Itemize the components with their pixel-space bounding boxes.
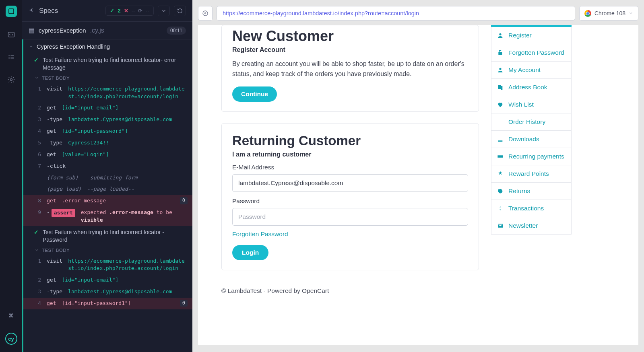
command-arg: [id="input-email"] <box>62 276 118 284</box>
file-icon: ▤ <box>29 27 35 34</box>
command-name: visit <box>47 257 62 265</box>
svg-point-4 <box>205 13 206 14</box>
spec-duration: 00:11 <box>167 27 186 35</box>
test-body-label[interactable]: TEST BODY <box>23 74 192 83</box>
continue-button[interactable]: Continue <box>232 86 277 102</box>
sidebar-item-icon <box>497 119 504 125</box>
command-row[interactable]: 6get[value="Login"] <box>23 149 192 161</box>
sidebar-item-icon <box>497 67 504 73</box>
sidebar-item-label: Recurring payments <box>508 153 564 160</box>
code-icon[interactable] <box>6 30 16 39</box>
selector-picker-button[interactable] <box>198 6 213 21</box>
chevron-down-icon <box>35 76 39 81</box>
chevron-down-icon <box>35 248 39 253</box>
fail-x-icon: ✕ <box>124 8 128 14</box>
spec-file-row[interactable]: ▤ cypressException.cy.js 00:11 <box>22 22 192 39</box>
runner-title: Specs <box>39 7 101 15</box>
command-name: get <box>47 300 56 307</box>
test-body-label[interactable]: TEST BODY <box>23 246 192 255</box>
sidebar-item-returns[interactable]: Returns <box>491 183 572 200</box>
command-row[interactable]: 2get[id="input-email"] <box>23 102 192 114</box>
sidebar-item-icon <box>497 188 504 194</box>
line-number: 1 <box>35 257 41 265</box>
command-row[interactable]: 5-typeCypress1234!! <box>23 137 192 149</box>
command-row[interactable]: 1visithttps://ecommerce-playground.lambd… <box>23 83 192 103</box>
sidebar-item-label: Order History <box>508 118 545 126</box>
command-row[interactable]: 3-typelambdatest.Cypress@disposable.com <box>23 114 192 126</box>
list-icon[interactable] <box>6 52 16 62</box>
back-icon[interactable] <box>29 7 35 15</box>
command-row[interactable]: 4get[id="input-password"] <box>23 126 192 137</box>
browser-selector[interactable]: Chrome 108 <box>579 6 638 21</box>
sidebar-item-order-history[interactable]: Order History <box>491 113 572 131</box>
command-row[interactable]: 2get[id="input-email"] <box>23 274 192 286</box>
command-row[interactable]: (form sub)--submitting form-- <box>23 172 192 184</box>
sidebar-item-icon <box>497 101 504 108</box>
returning-customer-card: Returning Customer I am a returning cust… <box>221 123 479 270</box>
sidebar-item-my-account[interactable]: My Account <box>491 62 572 79</box>
sidebar-item-transactions[interactable]: Transactions <box>491 200 572 217</box>
command-name: -type <box>47 139 62 147</box>
svg-rect-0 <box>9 9 14 14</box>
suite-title[interactable]: Cypress Exception Handling <box>23 39 192 54</box>
cypress-logo-icon[interactable] <box>6 6 17 17</box>
command-arg: lambdatest.Cypress@disposable.com <box>68 116 172 124</box>
sidebar-item-icon <box>497 153 504 160</box>
test-title[interactable]: ✓ Test Failure when trying to find incor… <box>23 54 192 74</box>
password-input[interactable] <box>232 208 468 226</box>
sidebar-item-newsletter[interactable]: Newsletter <box>491 217 572 235</box>
test-title[interactable]: ✓ Test Failure when trying to find incor… <box>23 226 192 246</box>
sidebar-item-downloads[interactable]: Downloads <box>491 131 572 148</box>
url-input[interactable] <box>217 6 575 21</box>
sidebar-item-label: Register <box>508 32 532 39</box>
login-button[interactable]: Login <box>232 245 268 260</box>
email-input[interactable] <box>232 174 468 192</box>
command-row[interactable]: (page load)--page loaded-- <box>23 183 192 195</box>
email-label: E-Mail Address <box>232 164 468 171</box>
reload-button[interactable] <box>174 6 186 16</box>
command-row[interactable]: 1visithttps://ecommerce-playground.lambd… <box>23 255 192 275</box>
gear-icon[interactable] <box>6 75 16 84</box>
command-row[interactable]: 9-assert expected .error-message to be v… <box>22 207 192 226</box>
forgotten-password-link[interactable]: Forgotten Password <box>232 231 288 238</box>
new-customer-heading: New Customer <box>232 28 468 45</box>
app-under-test-panel: Chrome 108 New Customer Register Account… <box>192 0 644 352</box>
sidebar-item-register[interactable]: Register <box>491 27 572 44</box>
command-row[interactable]: 3-typelambdatest.Cypress@disposable.com <box>23 286 192 298</box>
register-subheading: Register Account <box>232 46 468 54</box>
sidebar-item-reward-points[interactable]: Reward Points <box>491 165 572 183</box>
sidebar-item-wish-list[interactable]: Wish List <box>491 96 572 113</box>
sidebar-item-address-book[interactable]: Address Book <box>491 79 572 96</box>
keyboard-shortcut-icon[interactable]: ⌘ <box>9 311 13 320</box>
command-name: (form sub) <box>47 174 78 182</box>
fail-count: -- <box>132 8 135 14</box>
chevron-down-button[interactable] <box>158 6 170 16</box>
command-arg: [id="input-password1"] <box>62 300 131 307</box>
password-label: Password <box>232 198 468 205</box>
line-number: 7 <box>35 163 41 170</box>
sidebar-item-label: Wish List <box>508 101 534 108</box>
line-number: 3 <box>35 116 41 124</box>
command-row[interactable]: 8get.error-message0 <box>22 195 192 207</box>
svg-point-5 <box>500 53 501 54</box>
sidebar-item-label: My Account <box>508 66 541 74</box>
spec-filename: cypressException <box>39 27 86 34</box>
command-name: get <box>47 276 56 284</box>
command-log: 1visithttps://ecommerce-playground.lambd… <box>23 255 192 309</box>
command-row[interactable]: 4get[id="input-password1"]0 <box>22 298 192 309</box>
command-arg: https://ecommerce-playground.lambdatest.… <box>68 85 188 101</box>
sidebar-item-recurring-payments[interactable]: Recurring payments <box>491 148 572 165</box>
sidebar-item-icon <box>497 136 504 142</box>
command-name: get <box>47 104 56 112</box>
command-name: get <box>47 151 56 159</box>
command-name: -click <box>47 163 66 170</box>
line-number: 2 <box>35 104 41 112</box>
sidebar-item-icon <box>497 32 504 39</box>
runner-main: Specs ✓ 2 ✕ -- ⟳ -- ▤ cypressException.c… <box>22 0 192 352</box>
command-row[interactable]: 7-click <box>23 161 192 172</box>
sidebar-item-forgotten-password[interactable]: Forgotten Password <box>491 44 572 62</box>
sidebar-item-icon <box>497 171 504 177</box>
pending-icon: ⟳ <box>138 8 142 14</box>
sidebar-item-label: Forgotten Password <box>508 49 564 56</box>
cypress-round-logo-icon[interactable]: cy <box>5 333 17 345</box>
